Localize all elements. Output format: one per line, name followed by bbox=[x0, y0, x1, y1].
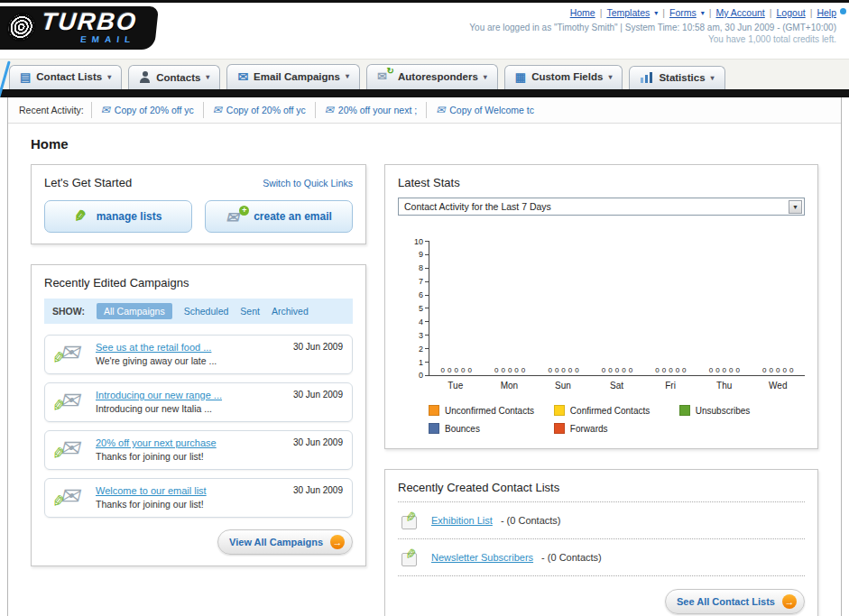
legend-item: Unconfirmed Contacts bbox=[429, 405, 554, 416]
see-all-contact-lists-button[interactable]: See All Contact Lists → bbox=[665, 589, 805, 614]
campaign-link[interactable]: 20% off your next purchase bbox=[96, 437, 279, 448]
app-logo[interactable]: TURBO EMAIL bbox=[0, 6, 159, 50]
legend-swatch bbox=[429, 405, 439, 416]
custom-fields-icon bbox=[515, 71, 526, 84]
chevron-down-icon: ▾ bbox=[346, 72, 349, 80]
legend-label: Unsubscribes bbox=[696, 406, 751, 416]
campaign-filter-bar: SHOW: All Campaigns Scheduled Sent Archi… bbox=[44, 299, 353, 324]
campaign-date: 30 Jun 2009 bbox=[293, 390, 343, 400]
tab-contact-lists[interactable]: Contact Lists ▾ bbox=[9, 65, 122, 90]
campaign-row[interactable]: See us at the retail food ... We're givi… bbox=[44, 335, 353, 374]
email-icon bbox=[325, 104, 334, 116]
manage-lists-button[interactable]: manage lists bbox=[44, 200, 192, 233]
filter-scheduled[interactable]: Scheduled bbox=[184, 306, 229, 317]
logo-subtitle: EMAIL bbox=[40, 35, 136, 44]
nav-link-forms[interactable]: Forms bbox=[669, 7, 697, 18]
pencil-icon bbox=[75, 207, 88, 226]
tab-label: Email Campaigns bbox=[254, 71, 340, 82]
legend-swatch bbox=[554, 405, 565, 416]
recent-activity-label: Recent Activity: bbox=[19, 105, 84, 115]
nav-link-logout[interactable]: Logout bbox=[777, 7, 806, 18]
tab-contacts[interactable]: Contacts ▾ bbox=[128, 65, 220, 89]
nav-link-help[interactable]: Help bbox=[817, 7, 836, 18]
credits-info: You have 1,000 total credits left. bbox=[469, 34, 836, 44]
filter-all-campaigns[interactable]: All Campaigns bbox=[97, 303, 172, 319]
contact-list-link[interactable]: Exhibition List bbox=[431, 515, 493, 526]
legend-item: Forwards bbox=[554, 423, 679, 434]
campaign-subtitle: Thanks for joining our list! bbox=[96, 499, 279, 510]
legend-item: Confirmed Contacts bbox=[554, 405, 679, 416]
edit-list-icon bbox=[400, 547, 423, 567]
create-email-button[interactable]: create an email bbox=[205, 200, 353, 233]
legend-item: Unsubscribes bbox=[679, 405, 805, 416]
legend-item: Bounces bbox=[429, 423, 554, 434]
recent-activity-item-label: Copy of 20% off yc bbox=[226, 105, 306, 115]
campaign-link[interactable]: Welcome to our email list bbox=[96, 485, 279, 496]
campaign-row[interactable]: Welcome to our email list Thanks for joi… bbox=[44, 478, 353, 518]
top-nav: Home | Templates ▾ | Forms ▾ | My Accoun… bbox=[469, 7, 836, 18]
chevron-down-icon: ▾ bbox=[701, 9, 705, 17]
header-right: Home | Templates ▾ | Forms ▾ | My Accoun… bbox=[469, 7, 836, 44]
email-icon bbox=[436, 104, 445, 116]
get-started-title: Let's Get Started bbox=[44, 176, 132, 189]
nav-link-templates[interactable]: Templates bbox=[606, 7, 650, 18]
logo-swirl-icon bbox=[5, 13, 37, 41]
logo-title: TURBO bbox=[41, 10, 139, 34]
latest-stats-title: Latest Stats bbox=[398, 176, 805, 189]
campaign-row[interactable]: Introducing our new range ... Introducin… bbox=[44, 382, 353, 422]
corner-dot-decoration bbox=[840, 8, 846, 14]
latest-stats-panel: Latest Stats Contact Activity for the La… bbox=[384, 164, 818, 449]
nav-link-home[interactable]: Home bbox=[570, 7, 595, 18]
see-all-contact-lists-label: See All Contact Lists bbox=[677, 596, 775, 607]
nav-link-my-account[interactable]: My Account bbox=[716, 7, 765, 18]
nav-separator: | bbox=[770, 7, 772, 18]
chevron-down-icon: ▾ bbox=[608, 73, 612, 81]
switch-quick-links-link[interactable]: Switch to Quick Links bbox=[263, 178, 353, 188]
campaign-link[interactable]: Introducing our new range ... bbox=[96, 390, 279, 400]
stats-period-select[interactable]: Contact Activity for the Last 7 Days ▼ bbox=[398, 198, 805, 216]
recent-activity-item[interactable]: Copy of 20% off yc bbox=[203, 102, 315, 118]
legend-swatch bbox=[554, 423, 565, 434]
contact-list-link[interactable]: Newsletter Subscribers bbox=[431, 552, 533, 563]
contact-list-count: - (0 Contacts) bbox=[541, 552, 602, 563]
campaign-subtitle: Introducing our new Italia ... bbox=[96, 403, 279, 414]
campaign-date: 30 Jun 2009 bbox=[293, 437, 343, 447]
contact-list-row[interactable]: Exhibition List - (0 Contacts) bbox=[398, 502, 805, 539]
chevron-down-icon: ▾ bbox=[107, 73, 111, 81]
tab-label: Custom Fields bbox=[531, 71, 603, 82]
view-all-campaigns-button[interactable]: View All Campaigns → bbox=[217, 529, 353, 555]
campaign-link[interactable]: See us at the retail food ... bbox=[96, 342, 279, 353]
tab-label: Statistics bbox=[659, 72, 705, 83]
page-title: Home bbox=[31, 136, 818, 152]
chevron-down-icon: ▾ bbox=[484, 73, 487, 81]
recent-activity-item[interactable]: Copy of Welcome tc bbox=[426, 102, 543, 118]
tab-email-campaigns[interactable]: Email Campaigns ▾ bbox=[226, 64, 360, 90]
contacts-icon bbox=[139, 71, 151, 83]
campaign-row[interactable]: 20% off your next purchase Thanks for jo… bbox=[44, 430, 353, 470]
statistics-icon bbox=[640, 72, 653, 83]
recent-campaigns-title: Recently Edited Campaigns bbox=[44, 276, 353, 290]
filter-archived[interactable]: Archived bbox=[272, 306, 309, 317]
tab-autoresponders[interactable]: Autoresponders ▾ bbox=[366, 64, 498, 89]
main-nav: Contact Lists ▾ Contacts ▾ Email Campaig… bbox=[0, 59, 849, 89]
legend-label: Bounces bbox=[445, 424, 480, 434]
create-email-label: create an email bbox=[254, 210, 332, 223]
edit-campaign-icon bbox=[54, 342, 87, 367]
arrow-right-icon: → bbox=[330, 535, 345, 549]
new-email-icon bbox=[226, 209, 245, 224]
recent-contact-lists-title: Recently Created Contact Lists bbox=[398, 481, 805, 502]
nav-separator: | bbox=[662, 7, 665, 18]
chevron-down-icon: ▾ bbox=[654, 9, 658, 17]
tab-statistics[interactable]: Statistics ▾ bbox=[629, 66, 724, 89]
nav-separator: | bbox=[810, 7, 813, 18]
tab-label: Contacts bbox=[156, 72, 200, 83]
campaign-subtitle: Thanks for joining our list! bbox=[96, 451, 279, 462]
stats-period-value: Contact Activity for the Last 7 Days bbox=[404, 201, 551, 212]
recent-campaigns-panel: Recently Edited Campaigns SHOW: All Camp… bbox=[31, 264, 366, 566]
contact-list-count: - (0 Contacts) bbox=[501, 515, 561, 526]
filter-sent[interactable]: Sent bbox=[240, 306, 260, 317]
contact-list-row[interactable]: Newsletter Subscribers - (0 Contacts) bbox=[398, 539, 805, 576]
tab-custom-fields[interactable]: Custom Fields ▾ bbox=[504, 65, 623, 90]
recent-activity-item[interactable]: 20% off your next ; bbox=[315, 102, 426, 118]
recent-activity-item[interactable]: Copy of 20% off yc bbox=[91, 102, 203, 118]
